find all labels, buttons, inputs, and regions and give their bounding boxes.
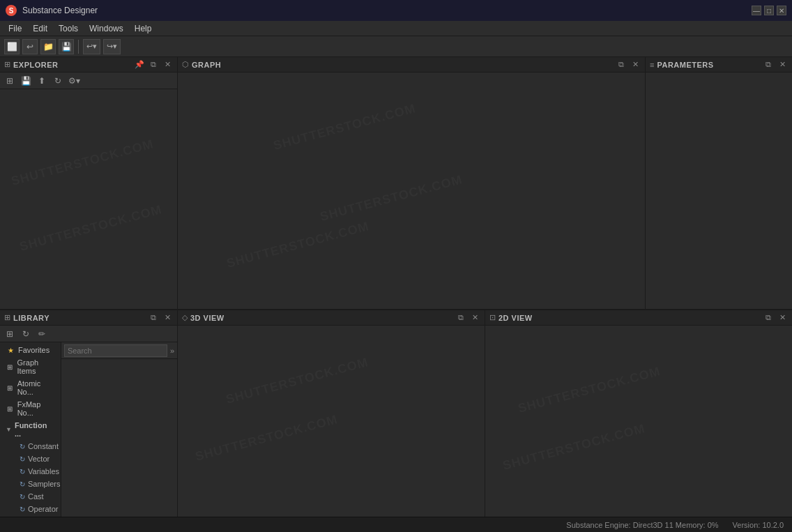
exp-tree-btn[interactable]: ⊞ <box>3 75 17 87</box>
view2d-header-icon: ⊡ <box>489 313 496 322</box>
library-search-area: » <box>61 342 177 517</box>
view3d-panel: ◇ 3D VIEW ⧉ ✕ SHUTTERSTOCK.COM SHUTTERST… <box>178 310 485 517</box>
version-status: Version: 10.2.0 <box>733 521 784 529</box>
exp-save-btn[interactable]: 💾 <box>19 75 33 87</box>
explorer-pin-button[interactable]: 📌 <box>134 59 145 70</box>
tree-subitem-variables[interactable]: ↻ Variables <box>0 465 61 478</box>
explorer-title: EXPLORER <box>13 61 131 69</box>
title-bar-controls: — □ ✕ <box>752 6 786 15</box>
parameters-float-button[interactable]: ⧉ <box>763 59 774 70</box>
exp-upload-btn[interactable]: ⬆ <box>35 75 49 87</box>
view2d-content: SHUTTERSTOCK.COM SHUTTERSTOCK.COM <box>485 326 792 517</box>
title-bar: S Substance Designer — □ ✕ <box>0 0 792 21</box>
new-button[interactable]: ⬜ <box>4 39 20 54</box>
menu-edit[interactable]: Edit <box>27 22 53 35</box>
variables-icon: ↻ <box>20 468 25 476</box>
maximize-button[interactable]: □ <box>764 6 774 15</box>
cast-icon: ↻ <box>20 493 25 501</box>
tree-subitem-vector[interactable]: ↻ Vector <box>0 453 61 465</box>
lib-tree-btn[interactable]: ⊞ <box>3 328 17 340</box>
library-search-bar: » <box>61 342 177 359</box>
close-button[interactable]: ✕ <box>777 6 786 15</box>
graph-panel: ⬡ GRAPH ⧉ ✕ SHUTTERSTOCK.COM SHUTTERSTOC… <box>178 57 646 309</box>
explorer-panel: ⊞ EXPLORER 📌 ⧉ ✕ ⊞ 💾 ⬆ ↻ ⚙▾ SHUTTERSTOCK… <box>0 57 178 309</box>
status-bar: Substance Engine: Direct3D 11 Memory: 0%… <box>0 517 792 532</box>
tree-item-atomic-nodes[interactable]: ⊞ Atomic No... <box>0 377 61 398</box>
graph-content: SHUTTERSTOCK.COM SHUTTERSTOCK.COM SHUTTE… <box>178 73 645 309</box>
graph-title: GRAPH <box>192 61 613 69</box>
search-forward-icon: » <box>170 347 174 355</box>
parameters-content <box>646 73 792 309</box>
view2d-panel: ⊡ 2D VIEW ⧉ ✕ SHUTTERSTOCK.COM SHUTTERST… <box>485 310 792 517</box>
engine-status: Substance Engine: Direct3D 11 Memory: 0% <box>566 521 718 529</box>
lib-refresh-btn[interactable]: ↻ <box>19 328 33 340</box>
parameters-title: PARAMETERS <box>657 61 760 69</box>
watermark-explorer: SHUTTERSTOCK.COM <box>10 137 155 189</box>
parameters-header: ≡ PARAMETERS ⧉ ✕ <box>646 57 792 73</box>
view3d-header-icon: ◇ <box>182 313 188 322</box>
menu-help[interactable]: Help <box>129 22 158 35</box>
tree-item-favorites[interactable]: ★ Favorites <box>0 344 61 356</box>
menu-windows[interactable]: Windows <box>84 22 129 35</box>
watermark-3d1: SHUTTERSTOCK.COM <box>224 355 370 407</box>
view2d-header: ⊡ 2D VIEW ⧉ ✕ <box>485 310 792 326</box>
open-button[interactable]: ↩ <box>22 39 38 54</box>
vector-icon: ↻ <box>20 455 25 463</box>
view3d-header: ◇ 3D VIEW ⧉ ✕ <box>178 310 485 326</box>
graph-header-icon: ⬡ <box>182 60 189 69</box>
library-close-button[interactable]: ✕ <box>162 312 173 324</box>
search-input[interactable] <box>64 344 167 357</box>
explorer-float-button[interactable]: ⧉ <box>148 59 159 70</box>
exp-config-btn[interactable]: ⚙▾ <box>67 75 81 87</box>
redo-dropdown[interactable]: ↪▾ <box>103 39 121 54</box>
view2d-float-button[interactable]: ⧉ <box>763 312 774 324</box>
view3d-float-button[interactable]: ⧉ <box>455 312 466 324</box>
toolbar-separator-1 <box>78 40 79 54</box>
watermark-2d1: SHUTTERSTOCK.COM <box>517 364 662 416</box>
watermark-graph2: SHUTTERSTOCK.COM <box>319 172 464 225</box>
save-button[interactable]: 💾 <box>59 39 74 54</box>
view2d-close-button[interactable]: ✕ <box>777 312 788 324</box>
menu-file[interactable]: File <box>3 22 27 35</box>
graph-close-button[interactable]: ✕ <box>630 59 641 70</box>
watermark-2d2: SHUTTERSTOCK.COM <box>501 421 647 473</box>
title-bar-text: Substance Designer <box>22 6 746 15</box>
library-header: ⊞ LIBRARY ⧉ ✕ <box>0 310 177 326</box>
library-results <box>61 359 177 517</box>
exp-refresh-btn[interactable]: ↻ <box>51 75 65 87</box>
top-row: ⊞ EXPLORER 📌 ⧉ ✕ ⊞ 💾 ⬆ ↻ ⚙▾ SHUTTERSTOCK… <box>0 57 792 310</box>
chevron-down-icon: ▼ <box>6 426 12 433</box>
tree-item-fxmap-nodes[interactable]: ⊞ FxMap No... <box>0 398 61 419</box>
minimize-button[interactable]: — <box>752 6 761 15</box>
menu-tools[interactable]: Tools <box>53 22 84 35</box>
tree-subitem-cast[interactable]: ↻ Cast <box>0 490 61 503</box>
tree-subitem-operator[interactable]: ↻ Operator <box>0 503 61 515</box>
grid-icon: ⊞ <box>6 363 15 371</box>
operator-icon: ↻ <box>20 506 25 513</box>
menu-bar: File Edit Tools Windows Help <box>0 21 792 36</box>
tree-subitem-constant[interactable]: ↻ Constant <box>0 440 61 453</box>
samplers-icon: ↻ <box>20 480 25 488</box>
open-folder-button[interactable]: 📁 <box>40 39 56 54</box>
library-tree: ★ Favorites ⊞ Graph Items ⊞ Atomic No...… <box>0 342 61 517</box>
watermark-graph3: SHUTTERSTOCK.COM <box>225 219 371 271</box>
library-float-button[interactable]: ⧉ <box>148 312 159 324</box>
tree-subitem-samplers[interactable]: ↻ Samplers <box>0 478 61 490</box>
lib-edit-btn[interactable]: ✏ <box>35 328 49 340</box>
explorer-close-button[interactable]: ✕ <box>162 59 173 70</box>
library-header-icon: ⊞ <box>4 313 10 322</box>
parameters-header-icon: ≡ <box>650 61 654 69</box>
view3d-content: SHUTTERSTOCK.COM SHUTTERSTOCK.COM <box>178 326 485 517</box>
bottom-row: ⊞ LIBRARY ⧉ ✕ ⊞ ↻ ✏ ★ Favorites ⊞ <box>0 310 792 517</box>
tree-item-graph-items[interactable]: ⊞ Graph Items <box>0 356 61 377</box>
star-icon: ★ <box>6 347 15 354</box>
parameters-close-button[interactable]: ✕ <box>777 59 788 70</box>
graph-float-button[interactable]: ⧉ <box>616 59 627 70</box>
explorer-header: ⊞ EXPLORER 📌 ⧉ ✕ <box>0 57 177 73</box>
undo-dropdown[interactable]: ↩▾ <box>83 39 100 54</box>
watermark-explorer2: SHUTTERSTOCK.COM <box>18 202 164 254</box>
view3d-close-button[interactable]: ✕ <box>469 312 480 324</box>
tree-item-function-nodes[interactable]: ▼ Function ... <box>0 419 61 440</box>
view3d-title: 3D VIEW <box>190 314 452 322</box>
main-toolbar: ⬜ ↩ 📁 💾 ↩▾ ↪▾ <box>0 36 792 57</box>
